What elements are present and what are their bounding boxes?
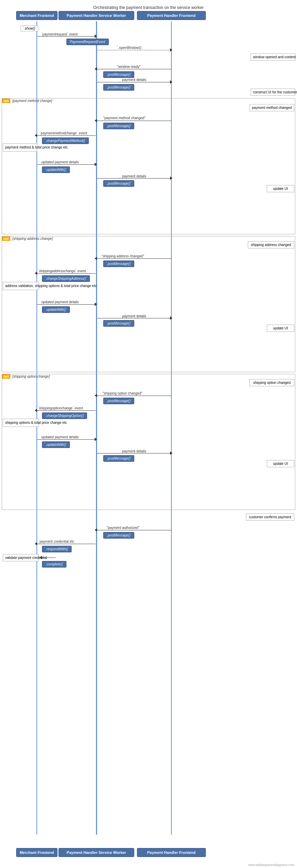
arrow-paymentdetails1 xyxy=(97,82,171,82)
header-payment-handler-fe: Payment Handler Frontend xyxy=(137,11,206,20)
opt-label-3: opt xyxy=(2,374,10,379)
arrow-updateddetails2 xyxy=(37,304,96,305)
change-so-box: `.changeShippingOption()` xyxy=(42,412,87,419)
label-updateddetails3: updated payment details xyxy=(41,435,79,439)
sidenote-shipping-options: shipping options & total price change et… xyxy=(3,419,39,427)
label-paymentrequest: `paymentrequest` event xyxy=(41,32,78,36)
arrowhead-updateddetails3 xyxy=(95,438,97,441)
postmessage-box-9: `.postMessage()` xyxy=(103,532,134,539)
postmessage-box-7: `.postMessage()` xyxy=(103,398,134,404)
postmessage-box-6: `.postMessage()` xyxy=(103,320,134,327)
postmessage-box-1: `.postMessage()` xyxy=(103,71,134,78)
arrow-paymentdetails4 xyxy=(97,453,171,453)
arrowhead-sachanged xyxy=(95,257,97,260)
updatewith-box-3: `.updateWith()` xyxy=(42,441,70,448)
arrow-sachanged xyxy=(97,258,171,259)
arrowhead-sochangeevent xyxy=(35,409,37,412)
arrowhead-pmchangeevent xyxy=(35,134,37,137)
label-paymentdetails2: payment details xyxy=(122,174,146,178)
arrow-sochanged xyxy=(97,396,171,396)
change-pm-box: `.changePaymentMethod()` xyxy=(42,137,89,144)
arrowhead-openwindow xyxy=(170,48,172,52)
label-pmchanged: "payment method changed" xyxy=(103,116,146,120)
arrow-sachangeevent xyxy=(37,273,96,274)
opt-condition-2: [shipping address change] xyxy=(12,237,53,241)
sidenote-updateui-3: update UI xyxy=(267,460,294,467)
arrow-updateddetails1 xyxy=(37,164,96,165)
arrow-openwindow xyxy=(97,50,171,50)
sidenote-window-opened: window opened and content loaded xyxy=(251,53,295,61)
label-sachanged: "shipping address changed" xyxy=(102,254,144,258)
opt-label-1: opt xyxy=(2,99,10,103)
sidenote-pm-total: payment method & total price change etc xyxy=(3,143,37,152)
label-sochanged: "shipping option changed" xyxy=(103,391,142,395)
label-sachangeevent: `shippingaddresschange` event xyxy=(38,269,86,273)
change-sa-box: `.changeShippingAddress()` xyxy=(42,275,90,282)
updatewith-box-2: `.updateWith()` xyxy=(42,306,70,313)
postmessage-box-2: `.postMessage()` xyxy=(103,84,134,91)
postmessage-box-3: `.postMessage()` xyxy=(103,123,134,129)
arrowhead-sachangeevent xyxy=(35,272,37,275)
arrowhead-paymentdetails2 xyxy=(170,176,172,180)
arrow-validate-back xyxy=(42,558,56,558)
arrow-paymentdetails3 xyxy=(97,318,171,318)
sidenote-validate: validate payment credential xyxy=(3,554,39,561)
updatewith-box-1: `.updateWith()` xyxy=(42,166,70,173)
arrow-paymentauth xyxy=(97,530,171,530)
sidenote-sa-changed: shipping address changed xyxy=(248,241,294,248)
arrow-paymentrequest xyxy=(37,36,96,37)
footer-merchant-frontend: Merchant Frontend xyxy=(16,848,57,857)
header-payment-handler-sw: Payment Handler Service Worker xyxy=(59,11,134,20)
sidenote-customer-confirms: customer confirms payment xyxy=(246,513,294,521)
opt-condition-1: [payment method change] xyxy=(12,99,52,103)
arrow-pmchangeevent xyxy=(37,135,96,136)
arrow-sochangeevent xyxy=(37,410,96,411)
arrow-paymentdetails2 xyxy=(97,178,171,178)
sidenote-so-changed: shipping option changed xyxy=(250,379,294,386)
arrowhead-paymentrequest xyxy=(95,34,97,38)
show-call-box: `.show()` xyxy=(21,25,38,31)
footer-payment-handler-sw: Payment Handler Service Worker xyxy=(59,848,134,857)
arrowhead-paymentauth xyxy=(95,528,97,532)
arrowhead-paymentcredential xyxy=(35,542,37,545)
sidenote-address-validation: address validation, shipping options & t… xyxy=(3,282,39,290)
watermark: www.websequencediagrams.com xyxy=(248,863,294,867)
arrow-pmchanged xyxy=(97,121,171,121)
label-pmchangeevent: `paymentmethodchange` event xyxy=(40,131,87,135)
label-updateddetails2: updated payment details xyxy=(41,300,79,304)
arrowhead-updateddetails2 xyxy=(95,303,97,306)
arrowhead-windowready xyxy=(95,67,97,71)
label-paymentauth: "payment authorized" xyxy=(107,526,139,530)
respond-with-box: `.respondWith()` xyxy=(42,546,72,552)
arrowhead-paymentdetails4 xyxy=(170,451,172,455)
label-openwindow: `.openWindow()` xyxy=(117,46,142,50)
label-paymentdetails1: payment details xyxy=(122,78,146,82)
arrow-paymentcredential xyxy=(37,544,96,544)
sidenote-construct-ui: construct UI for the customer xyxy=(251,89,295,96)
footer-payment-handler-fe: Payment Handler Frontend xyxy=(137,848,206,857)
label-sochangeevent: `shippingoptionchange` event xyxy=(38,406,83,410)
arrowhead-paymentdetails3 xyxy=(170,316,172,320)
postmessage-box-5: `.postMessage()` xyxy=(103,261,134,267)
opt-label-2: opt xyxy=(2,236,10,241)
arrowhead-paymentdetails1 xyxy=(170,80,172,84)
payment-request-event-box: `PaymentRequestEvent` xyxy=(66,39,109,45)
label-updateddetails1: updated payment details xyxy=(41,160,79,164)
label-paymentdetails3: payment details xyxy=(122,314,146,318)
label-windowready: "window ready" xyxy=(117,65,140,69)
sidenote-updateui-1: update UI xyxy=(267,185,294,192)
header-merchant-frontend: Merchant Frontend xyxy=(16,11,57,20)
arrow-updateddetails3 xyxy=(37,439,96,440)
postmessage-box-4: `.postMessage()` xyxy=(103,180,134,187)
sidenote-pm-changed: payment method changed xyxy=(250,104,294,111)
arrow-windowready xyxy=(97,69,171,69)
label-paymentdetails4: payment details xyxy=(122,449,146,453)
postmessage-box-8: `.postMessage()` xyxy=(103,455,134,462)
complete-box: `.complete()` xyxy=(42,561,66,568)
arrowhead-pmchanged xyxy=(95,119,97,122)
arrowhead-sochanged xyxy=(95,394,97,397)
opt-condition-3: [shipping option change] xyxy=(12,375,50,378)
diagram-container: Orchestrating the payment transaction on… xyxy=(0,0,297,868)
arrowhead-validate-back xyxy=(40,556,42,559)
label-paymentcredential: payment credential etc xyxy=(40,540,74,543)
